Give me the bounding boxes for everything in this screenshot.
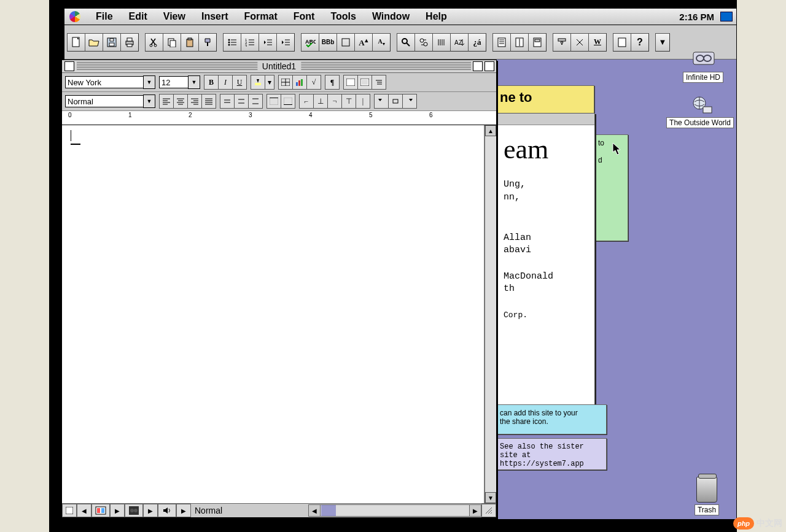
menu-tools[interactable]: Tools [322, 11, 364, 22]
tab-right-button[interactable]: ¬ [327, 94, 342, 109]
scroll-left-arrow[interactable]: ◀ [309, 505, 321, 516]
language-button[interactable]: ¿á [468, 33, 486, 52]
scroll-down-arrow[interactable]: ▼ [485, 492, 496, 503]
menubar-clock[interactable]: 2:16 PM [679, 12, 714, 22]
tab-center-button[interactable]: ⊥ [313, 94, 328, 109]
resize-grip[interactable] [481, 504, 496, 517]
menu-view[interactable]: View [155, 11, 193, 22]
horizontal-ruler[interactable]: 0 1 2 3 4 5 6 [62, 111, 496, 125]
spacing-single-button[interactable] [220, 94, 235, 109]
spellcheck-button[interactable]: ABC [301, 33, 319, 52]
view-normal-button[interactable] [343, 75, 358, 90]
highlight-dropdown[interactable]: ▾ [265, 75, 274, 90]
underline-button[interactable]: U [232, 75, 247, 90]
font-name-combo[interactable]: ▼ [65, 75, 155, 89]
font-grow-button[interactable]: A▴ [354, 33, 373, 52]
scroll-up-arrow[interactable]: ▲ [485, 125, 496, 136]
about-window[interactable]: eam Ung, nn, Allan abavi MacDonald th Co… [494, 113, 595, 409]
border-bottom-button[interactable] [281, 94, 295, 109]
trash-icon[interactable]: Trash [688, 477, 725, 515]
view-normal-icon[interactable] [62, 504, 77, 517]
italic-button[interactable]: I [218, 75, 233, 90]
menu-file[interactable]: File [88, 11, 121, 22]
menu-edit[interactable]: Edit [121, 11, 155, 22]
chart-button[interactable] [292, 75, 307, 90]
tools-button2[interactable] [570, 33, 589, 52]
style-combo[interactable]: ▼ [65, 94, 155, 108]
spacing-15-button[interactable] [234, 94, 249, 109]
font-size-dropdown[interactable]: ▼ [188, 75, 200, 89]
app-switcher-icon[interactable] [720, 12, 733, 21]
menu-insert[interactable]: Insert [193, 11, 236, 22]
cut-button[interactable] [145, 33, 163, 52]
page-view-button[interactable] [91, 504, 110, 517]
copy-button[interactable] [163, 33, 181, 52]
close-box[interactable] [64, 61, 74, 71]
apple-menu-icon[interactable] [69, 11, 80, 22]
help-button[interactable]: ? [631, 33, 649, 52]
table-button[interactable] [278, 75, 293, 90]
spacing-double-button[interactable] [248, 94, 263, 109]
zoom-button[interactable] [125, 504, 143, 517]
nav-next-button[interactable]: ▶ [110, 504, 125, 517]
nav-prev-button[interactable]: ◀ [77, 504, 91, 517]
tab-left-button[interactable]: ⌐ [299, 94, 314, 109]
scroll-right-arrow[interactable]: ▶ [469, 505, 481, 516]
equation-button[interactable]: √ [306, 75, 321, 90]
style-input[interactable] [65, 95, 143, 107]
zoom-box[interactable] [473, 61, 483, 71]
find-button[interactable] [397, 33, 415, 52]
doc-layout1-button[interactable] [492, 33, 511, 52]
menu-window[interactable]: Window [364, 11, 418, 22]
page-setup-button[interactable] [613, 33, 631, 52]
sort-button[interactable]: AZ [450, 33, 469, 52]
nav-next3-button[interactable]: ▶ [176, 504, 191, 517]
tools-button1[interactable] [553, 33, 571, 52]
document-page[interactable] [62, 125, 484, 503]
view-outline-button[interactable] [372, 75, 386, 90]
paste-button[interactable] [181, 33, 199, 52]
border-top-button[interactable] [267, 94, 281, 109]
replace-button[interactable] [414, 33, 433, 52]
paragraph-button[interactable]: ¶ [325, 75, 340, 90]
text-box-button[interactable] [337, 33, 355, 52]
style-dropdown[interactable]: ▼ [143, 94, 155, 108]
columns-button[interactable] [432, 33, 451, 52]
format-painter-button[interactable] [198, 33, 217, 52]
bold-button[interactable]: B [204, 75, 219, 90]
sticky-note-lavender[interactable]: See also the sister site at https://syst… [494, 438, 607, 470]
indent-right-button[interactable] [402, 94, 417, 109]
increase-indent-button[interactable] [276, 33, 295, 52]
nav-next2-button[interactable]: ▶ [143, 504, 158, 517]
numbering-button[interactable]: 123 [241, 33, 259, 52]
open-button[interactable] [85, 33, 103, 52]
menu-format[interactable]: Format [236, 11, 286, 22]
desktop[interactable]: File Edit View Insert Format Font Tools … [64, 9, 736, 519]
tab-bar-button[interactable]: | [356, 94, 370, 109]
align-right-button[interactable] [187, 94, 202, 109]
collapse-box[interactable] [484, 61, 494, 71]
bullets-button[interactable] [223, 33, 241, 52]
align-justify-button[interactable] [201, 94, 216, 109]
about-window-titlebar[interactable] [495, 114, 594, 125]
highlight-button[interactable] [251, 75, 265, 90]
disk-icon-infinite[interactable]: Infinite HD [672, 49, 734, 83]
menu-help[interactable]: Help [418, 11, 455, 22]
align-left-button[interactable] [159, 94, 174, 109]
doc-layout3-button[interactable] [528, 33, 547, 52]
tab-decimal-button[interactable]: ⊤ [341, 94, 356, 109]
print-button[interactable] [120, 33, 139, 52]
horizontal-scrollbar[interactable]: ◀ ▶ [308, 504, 481, 517]
window-titlebar[interactable]: Untitled1 [62, 60, 496, 73]
scroll-thumb[interactable] [321, 505, 336, 516]
doc-layout2-button[interactable] [510, 33, 529, 52]
indent-hang-button[interactable] [388, 94, 403, 109]
sound-button[interactable] [158, 504, 176, 517]
font-size-input[interactable] [159, 76, 188, 88]
font-size-combo[interactable]: ▼ [159, 75, 200, 89]
font-name-input[interactable] [65, 76, 143, 88]
font-name-dropdown[interactable]: ▼ [143, 75, 155, 89]
smallcaps-button[interactable]: BBb [319, 33, 337, 52]
vertical-scrollbar[interactable]: ▲ ▼ [484, 125, 496, 503]
align-center-button[interactable] [173, 94, 188, 109]
